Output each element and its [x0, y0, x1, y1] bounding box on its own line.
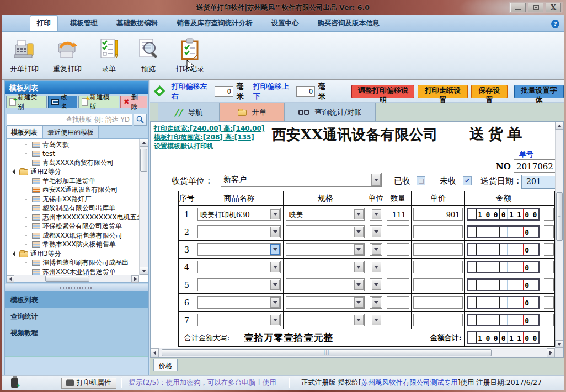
- extra-box[interactable]: [544, 296, 554, 309]
- chevron-down-icon[interactable]: [354, 280, 364, 290]
- chevron-down-icon[interactable]: [354, 227, 364, 237]
- new-category-button[interactable]: + 新建类别: [6, 96, 47, 108]
- product-combobox[interactable]: [197, 225, 281, 238]
- chevron-down-icon[interactable]: [354, 262, 364, 272]
- open-print-button[interactable]: 开单打印: [7, 35, 42, 75]
- chevron-down-icon[interactable]: [372, 262, 381, 272]
- unit-combobox[interactable]: [370, 278, 382, 291]
- close-button[interactable]: X: [546, 3, 561, 12]
- nav-video-tutorial[interactable]: 视频教程: [5, 324, 148, 341]
- tab-create-order[interactable]: 开单: [220, 103, 285, 121]
- unreceived-checkbox[interactable]: ✔: [463, 176, 472, 185]
- product-combobox[interactable]: [197, 243, 281, 256]
- offset-ud-input[interactable]: [296, 86, 315, 97]
- restore-button[interactable]: [528, 3, 543, 12]
- expander-icon[interactable]: [13, 251, 18, 256]
- sidebar-splitter[interactable]: [5, 284, 148, 291]
- expander-icon[interactable]: [13, 169, 18, 175]
- spec-combobox[interactable]: [286, 314, 365, 326]
- extra-box[interactable]: [544, 314, 554, 326]
- scroll-left-arrow[interactable]: [151, 348, 159, 357]
- product-combobox[interactable]: [197, 278, 281, 291]
- unit-combobox[interactable]: 台: [370, 208, 382, 221]
- chevron-down-icon[interactable]: [270, 244, 280, 255]
- tree-item[interactable]: 无锡市XX路灯厂: [7, 195, 139, 204]
- extra-box[interactable]: [544, 261, 554, 273]
- tree-horizontal-scrollbar[interactable]: [7, 275, 139, 282]
- document-vertical-scrollbar[interactable]: ≡: [555, 122, 563, 348]
- tab-recent-templates[interactable]: 最近使用的模板: [42, 126, 99, 139]
- spec-combobox[interactable]: [286, 278, 365, 291]
- chevron-down-icon[interactable]: [270, 262, 280, 272]
- qty-input[interactable]: 111: [387, 208, 409, 221]
- tree-item[interactable]: 塑胶制品有限公司出库单: [7, 204, 139, 213]
- rename-button[interactable]: 改名: [48, 96, 77, 108]
- template-range-link[interactable]: 模板打印范围宽:[208] 高:[135]: [154, 133, 264, 142]
- order-no-caption[interactable]: 单号: [519, 149, 533, 159]
- menu-print[interactable]: 打印: [30, 15, 58, 31]
- scroll-thumb[interactable]: ≡: [556, 192, 563, 241]
- qty-input[interactable]: [387, 296, 409, 309]
- price-input[interactable]: [413, 243, 463, 256]
- tree-item[interactable]: 常熟市XXX防火板销售单: [7, 240, 139, 250]
- chevron-down-icon[interactable]: [372, 209, 381, 219]
- chevron-down-icon[interactable]: [270, 297, 280, 308]
- save-settings-button[interactable]: 保存设置: [471, 85, 508, 98]
- help-icon[interactable]: ?: [551, 20, 559, 28]
- chevron-down-icon[interactable]: [354, 244, 364, 255]
- scroll-down-arrow[interactable]: [555, 340, 563, 348]
- unit-combobox[interactable]: [370, 261, 382, 273]
- chevron-down-icon[interactable]: [354, 209, 364, 219]
- spec-combobox[interactable]: 映美: [286, 208, 365, 221]
- chevron-down-icon[interactable]: [270, 280, 280, 290]
- menu-base-data[interactable]: 基础数据编辑: [110, 16, 164, 31]
- price-input[interactable]: [413, 261, 463, 273]
- new-template-button[interactable]: ★ 新建模版: [78, 96, 119, 108]
- spec-combobox[interactable]: [286, 225, 365, 238]
- menu-template-manage[interactable]: 模板管理: [63, 16, 104, 31]
- paper-size-link[interactable]: 打印走纸宽:[240.00] 高:[140.00]: [154, 124, 264, 133]
- offset-lr-input[interactable]: [215, 86, 233, 97]
- extra-box[interactable]: [544, 278, 554, 291]
- preview-button[interactable]: 预览: [132, 35, 164, 75]
- tree-item[interactable]: 淄博包装印刷有限公司成品出: [7, 259, 139, 268]
- tree-item[interactable]: 青岛欠款: [7, 140, 139, 149]
- chevron-down-icon[interactable]: [270, 227, 280, 237]
- chevron-down-icon[interactable]: [372, 244, 381, 255]
- minimize-button[interactable]: [510, 3, 526, 12]
- printer-properties-button[interactable]: 打印机属性: [61, 378, 116, 389]
- price-input[interactable]: [413, 278, 463, 291]
- search-button[interactable]: [134, 114, 147, 126]
- chevron-down-icon[interactable]: [372, 315, 381, 325]
- price-input[interactable]: [413, 314, 463, 326]
- tree-item[interactable]: 环保松紧带有限公司送货单: [7, 222, 139, 232]
- scroll-up-arrow[interactable]: [140, 139, 148, 147]
- entry-form-button[interactable]: 录单: [93, 35, 125, 75]
- tree-item[interactable]: 惠州市XXXXXXXXXXXX电机五金: [7, 213, 139, 222]
- menu-settings[interactable]: 设置中心: [265, 16, 306, 31]
- adjust-offset-help-button[interactable]: 调整打印偏移说明: [351, 85, 414, 98]
- scroll-thumb[interactable]: |||: [162, 349, 492, 356]
- search-input[interactable]: [7, 114, 132, 126]
- menu-sales-query[interactable]: 销售及库存查询统计分析: [170, 16, 259, 31]
- extra-box[interactable]: [544, 225, 554, 238]
- default-printer-link[interactable]: 设置模板默认打印机: [154, 142, 264, 151]
- batch-font-button[interactable]: 批量设置字体: [514, 85, 564, 98]
- tab-query-reconcile[interactable]: 查询统计/对账: [285, 103, 376, 121]
- scroll-thumb[interactable]: [45, 276, 89, 282]
- spec-combobox[interactable]: [286, 243, 365, 256]
- qty-input[interactable]: [387, 278, 409, 291]
- scroll-right-arrow[interactable]: [547, 348, 555, 357]
- qty-input[interactable]: [387, 225, 409, 238]
- qty-input[interactable]: [387, 243, 409, 256]
- tree-item[interactable]: test: [7, 149, 139, 159]
- chevron-down-icon[interactable]: [354, 297, 364, 308]
- chevron-down-icon[interactable]: [270, 315, 280, 325]
- paper-feed-settings-button[interactable]: 打印走纸设置: [418, 85, 467, 98]
- qty-input[interactable]: [387, 261, 409, 273]
- delete-button[interactable]: ✖ 删除: [120, 96, 147, 108]
- menu-purchase-info[interactable]: 购买咨询及版本信息: [311, 16, 387, 31]
- chevron-down-icon[interactable]: [372, 297, 381, 308]
- chevron-down-icon[interactable]: [371, 174, 381, 186]
- tree-item-selected[interactable]: 西安XX通讯设备有限公司: [7, 186, 139, 195]
